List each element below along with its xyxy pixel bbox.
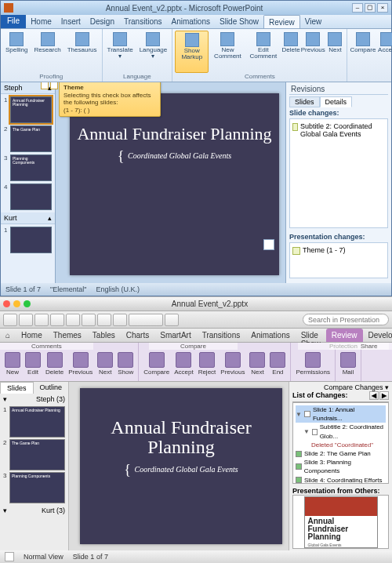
- open-button[interactable]: [19, 314, 33, 326]
- author-section[interactable]: ▾Kurt (3): [0, 505, 68, 516]
- undo-button[interactable]: [66, 314, 80, 326]
- edit-comment-button[interactable]: Edit: [24, 352, 42, 380]
- tab-animations[interactable]: Animations: [167, 15, 215, 28]
- minimize-button[interactable]: –: [352, 3, 363, 13]
- tab-transitions[interactable]: Transitions: [119, 15, 167, 28]
- delete-comment-button[interactable]: Delete: [44, 352, 65, 380]
- slide-canvas[interactable]: Annual Fundraiser Planning Coordinated G…: [70, 93, 279, 275]
- slide-thumbnail[interactable]: [10, 183, 52, 210]
- normal-view-icon[interactable]: [5, 552, 14, 561]
- change-checkbox[interactable]: [296, 463, 302, 470]
- close-button[interactable]: [3, 300, 10, 307]
- slide-thumbnail[interactable]: Annual Fundraiser Planning: [9, 406, 65, 438]
- change-item[interactable]: Subtitle 2: Coordinated Global Gala Even…: [292, 122, 385, 139]
- disclosure-icon[interactable]: ▼: [303, 427, 310, 436]
- change-item[interactable]: Slide 4: Coordinating Efforts: [296, 476, 386, 485]
- help-button[interactable]: [165, 314, 179, 326]
- slide-canvas[interactable]: Annual Fundraiser Planning Coordinated G…: [80, 388, 282, 544]
- next-change-jump-button[interactable]: ▸: [263, 239, 274, 250]
- slide-title[interactable]: Annual Fundraiser Planning: [70, 125, 279, 143]
- new-button[interactable]: [3, 314, 17, 326]
- accept-button[interactable]: Accept: [172, 352, 194, 380]
- reject-button[interactable]: Reject: [197, 352, 218, 380]
- research-button[interactable]: Research: [31, 31, 63, 73]
- slide-thumbnail[interactable]: Planning Components: [10, 154, 52, 181]
- show-markup-button[interactable]: Show Markup: [175, 31, 209, 73]
- tab-transitions[interactable]: Transitions: [197, 329, 246, 342]
- tab-slide-show[interactable]: Slide Show: [296, 329, 326, 342]
- change-item[interactable]: ▼Subtitle 2: Coordinated Glob...: [296, 423, 386, 440]
- redo-button[interactable]: [82, 314, 96, 326]
- slide-subtitle[interactable]: Coordinated Global Gala Events: [80, 462, 282, 478]
- tab-file[interactable]: File: [1, 15, 26, 28]
- next-change-button[interactable]: Next: [248, 352, 267, 380]
- end-review-button[interactable]: End: [268, 352, 287, 380]
- next-change-button[interactable]: ▶: [379, 391, 389, 400]
- permissions-button[interactable]: Permissions: [294, 352, 332, 380]
- zoom-button[interactable]: [24, 300, 31, 307]
- author-section[interactable]: Kurt▴: [1, 212, 55, 224]
- tab-developer[interactable]: Developer: [363, 329, 393, 342]
- change-checkbox[interactable]: [296, 451, 302, 457]
- change-checkbox[interactable]: [304, 411, 310, 417]
- next-comment-button[interactable]: Next: [325, 31, 344, 73]
- prev-comment-button[interactable]: Previous: [67, 352, 94, 380]
- prev-change-button[interactable]: ◀: [369, 391, 379, 400]
- tooltip-checkbox[interactable]: [41, 82, 58, 89]
- tab-themes[interactable]: Themes: [48, 329, 87, 342]
- compare-button[interactable]: Compare: [350, 31, 376, 76]
- prev-comment-button[interactable]: Previous: [302, 31, 324, 73]
- tab-tables[interactable]: Tables: [87, 329, 121, 342]
- accept-button[interactable]: Accept: [377, 31, 392, 76]
- next-comment-button[interactable]: Next: [96, 352, 114, 380]
- tab-slides[interactable]: Slides: [0, 382, 34, 394]
- slide-thumbnail[interactable]: The Game Plan: [9, 439, 65, 470]
- tab-review[interactable]: Review: [263, 15, 300, 28]
- translate-button[interactable]: Translate ▾: [105, 31, 136, 73]
- new-comment-button[interactable]: New Comment: [210, 31, 245, 73]
- slide-thumbnail[interactable]: The Game Plan: [10, 125, 52, 152]
- change-item[interactable]: Slide 2: The Game Plan: [296, 449, 386, 458]
- tab-outline[interactable]: Outline: [34, 382, 69, 394]
- disclosure-icon[interactable]: ▼: [296, 410, 302, 419]
- tab-insert[interactable]: Insert: [56, 15, 85, 28]
- tab-charts[interactable]: Charts: [121, 329, 154, 342]
- mail-button[interactable]: Mail: [339, 352, 358, 380]
- slide-title[interactable]: Annual Fundraiser Planning: [80, 418, 282, 457]
- minimize-button[interactable]: [13, 300, 20, 307]
- change-item[interactable]: Deleted "Coordinated": [296, 441, 386, 449]
- slide-thumbnail[interactable]: Annual Fundraiser Planning: [10, 96, 52, 123]
- delete-comment-button[interactable]: Delete: [281, 31, 300, 73]
- change-item[interactable]: Theme (1 - 7): [292, 245, 385, 256]
- new-comment-button[interactable]: New: [3, 352, 22, 380]
- edit-comment-button[interactable]: Edit Comment: [247, 31, 281, 73]
- save-button[interactable]: [34, 314, 49, 326]
- show-comments-button[interactable]: Show: [116, 352, 135, 380]
- tab-slide-show[interactable]: Slide Show: [215, 15, 263, 28]
- tab-apphome[interactable]: ⌂: [0, 329, 16, 342]
- change-checkbox[interactable]: [312, 429, 318, 435]
- tab-details[interactable]: Details: [320, 96, 353, 107]
- tab-animations[interactable]: Animations: [245, 329, 295, 342]
- spelling-button[interactable]: Spelling: [3, 31, 30, 73]
- tab-home[interactable]: Home: [16, 329, 48, 342]
- author-section[interactable]: ▾Steph (3): [0, 394, 68, 405]
- change-checkbox[interactable]: [296, 477, 302, 483]
- tab-home[interactable]: Home: [26, 15, 56, 28]
- compare-button[interactable]: Compare: [142, 352, 171, 380]
- print-button[interactable]: [50, 314, 64, 326]
- tab-review[interactable]: Review: [326, 329, 363, 342]
- slideshow-button[interactable]: [113, 314, 127, 326]
- maximize-button[interactable]: ▢: [365, 3, 376, 13]
- format-button[interactable]: [97, 314, 111, 326]
- prev-change-button[interactable]: Previous: [219, 352, 246, 380]
- tab-slides[interactable]: Slides: [289, 96, 320, 107]
- language-button[interactable]: Language ▾: [137, 31, 169, 73]
- status-language[interactable]: English (U.K.): [96, 285, 140, 293]
- tab-design[interactable]: Design: [85, 15, 119, 28]
- change-item[interactable]: Slide 3: Planning Components: [296, 458, 386, 475]
- zoom-dropdown[interactable]: [129, 314, 163, 326]
- change-item[interactable]: ▼Slide 1: Annual Fundrais...: [296, 405, 386, 423]
- thesaurus-button[interactable]: Thesaurus: [65, 31, 100, 73]
- tab-view[interactable]: View: [300, 15, 327, 28]
